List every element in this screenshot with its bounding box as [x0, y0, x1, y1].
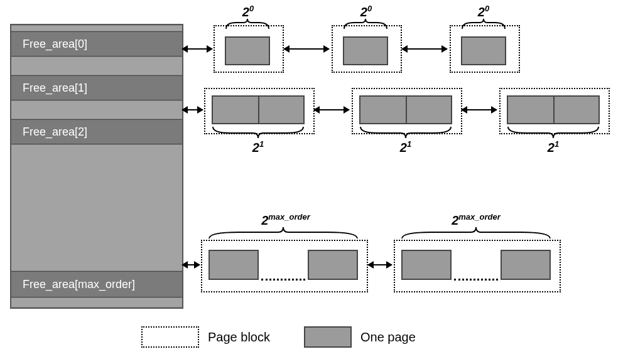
exp-label: 2max_order	[242, 212, 330, 228]
base: 2	[242, 5, 249, 19]
link-arrow	[462, 109, 497, 110]
two-pages	[507, 95, 600, 124]
exp: 0	[249, 4, 254, 13]
brace-icon	[225, 19, 270, 30]
exp-label: 21	[534, 139, 572, 155]
exp-label: 21	[387, 139, 425, 155]
two-pages	[359, 95, 452, 124]
link-arrow	[402, 48, 447, 50]
gap	[11, 100, 182, 119]
brace-icon	[343, 19, 388, 30]
one-page	[343, 36, 388, 65]
free-area-row-0: Free_area[0]	[11, 31, 182, 56]
legend: Page block One page	[141, 326, 441, 348]
link-arrow	[182, 264, 200, 265]
free-area-table: Free_area[0] Free_area[1] Free_area[2] F…	[10, 24, 183, 309]
gap	[11, 297, 182, 308]
link-arrow	[284, 48, 329, 50]
exp-label: 20	[465, 4, 502, 19]
brace-icon	[507, 126, 600, 138]
one-page-key-icon	[304, 326, 352, 348]
free-area-row-1: Free_area[1]	[11, 75, 182, 100]
exp: 0	[367, 4, 372, 13]
gap	[11, 144, 182, 271]
free-area-label: Free_area[max_order]	[23, 278, 135, 291]
brace-icon	[212, 126, 305, 138]
one-page	[401, 250, 452, 280]
one-page	[308, 250, 358, 280]
gap	[11, 56, 182, 75]
legend-onepage-label: One page	[360, 330, 416, 345]
brace-icon	[359, 126, 452, 138]
base: 2	[360, 5, 367, 19]
exp-label: 21	[239, 139, 277, 155]
exp-label: 20	[347, 4, 385, 19]
link-arrow	[182, 48, 212, 50]
free-area-row-max: Free_area[max_order]	[11, 271, 182, 297]
brace-icon	[461, 19, 506, 30]
brace-icon	[208, 227, 359, 240]
brace-icon	[401, 227, 551, 240]
base: 2	[478, 5, 485, 19]
one-page	[208, 250, 259, 280]
link-arrow	[368, 264, 392, 265]
link-arrow	[314, 109, 349, 110]
exp-label: 2max_order	[432, 212, 520, 228]
legend-pageblock-label: Page block	[208, 330, 270, 345]
page-block-key-icon	[141, 326, 199, 348]
exp-label: 20	[229, 4, 267, 19]
ellipsis-icon	[454, 279, 498, 283]
link-arrow	[182, 109, 203, 110]
one-page	[461, 36, 506, 65]
diagram-canvas: { "sidebar": { "rows": [ { "label": "Fre…	[0, 0, 628, 364]
one-page	[501, 250, 551, 280]
one-page	[225, 36, 270, 65]
free-area-label: Free_area[0]	[23, 38, 87, 51]
two-pages	[212, 95, 305, 124]
exp: 0	[485, 4, 489, 13]
gap	[11, 25, 182, 31]
free-area-label: Free_area[1]	[23, 82, 87, 95]
free-area-label: Free_area[2]	[23, 126, 87, 139]
ellipsis-icon	[261, 279, 305, 283]
free-area-row-2: Free_area[2]	[11, 119, 182, 144]
